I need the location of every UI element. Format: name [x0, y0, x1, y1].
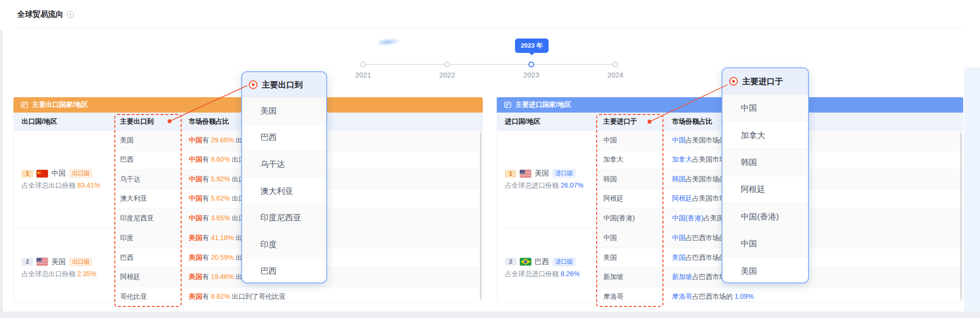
- info-circle-icon[interactable]: !: [67, 11, 74, 18]
- rank-2-badge: 2: [505, 258, 516, 266]
- import-popup-item[interactable]: 中国: [723, 230, 808, 257]
- flag-us-icon: [37, 258, 48, 266]
- partner-country-cell: 摩洛哥: [598, 293, 665, 301]
- rank-1-badge: 1: [22, 170, 33, 178]
- market-share-cell: 中国(香港)占美国市场的: [665, 214, 963, 223]
- col-export-dest: 主要出口到: [114, 117, 182, 126]
- market-share-cell: 美国有 19.46% 出口到了阿根廷: [182, 273, 482, 281]
- country-name: 美国: [51, 257, 66, 267]
- role-tag: 进口国: [552, 257, 576, 267]
- market-share-cell: 中国占巴西市场的: [665, 234, 963, 242]
- import-popup-header: 主要进口于: [723, 68, 808, 94]
- export-popup-header: 主要出口到: [242, 72, 326, 97]
- export-popup-item[interactable]: 美国: [242, 97, 326, 124]
- market-share-cell: 美国有 8.82% 出口到了哥伦比亚: [182, 293, 482, 301]
- market-share-cell: 中国有 3.65% 出口到了印度尼西亚: [182, 214, 482, 223]
- import-popup-item[interactable]: 加拿大: [723, 121, 808, 148]
- import-popup-item[interactable]: 韩国: [723, 149, 808, 176]
- rank-2-badge: 2: [22, 258, 33, 266]
- year-stop-2022[interactable]: [444, 62, 450, 67]
- year-slider-track[interactable]: [363, 64, 615, 65]
- export-popup-item[interactable]: 乌干达: [242, 151, 326, 178]
- import-table-scrollbar[interactable]: [960, 132, 962, 300]
- market-share-cell: 中国有 5.62% 出口到了澳大利亚: [182, 194, 482, 203]
- market-share-cell: 美国有 20.59% 出口到了巴西: [182, 254, 482, 262]
- year-label-2023: 2023: [507, 71, 555, 79]
- market-share-cell: 中国有 29.66% 出口到了美国: [182, 136, 482, 145]
- role-tag: 进口国: [552, 169, 576, 178]
- partner-country-cell: 加拿大: [598, 155, 665, 164]
- market-share-cell: 摩洛哥占巴西市场的 1.09%: [665, 293, 963, 301]
- export-dest-popup: 主要出口到 美国巴西乌干达澳大利亚印度尼西亚印度巴西: [241, 71, 327, 283]
- market-share-cell: 美国有 41.18% 出口到了印度: [182, 234, 482, 242]
- export-popup-item[interactable]: 印度尼西亚: [242, 204, 326, 231]
- global-share-text: 占全球总进口份额 8.26%: [505, 270, 598, 279]
- partner-country-cell: 哥伦比亚: [114, 293, 182, 301]
- partner-country-cell: 中国: [598, 234, 665, 242]
- export-table-scrollbar[interactable]: [480, 132, 481, 300]
- year-label-2024: 2024: [591, 71, 639, 79]
- page-title-text: 全球贸易流向: [17, 10, 63, 20]
- import-popup-item[interactable]: 中国(香港): [723, 203, 808, 230]
- flag-cn-icon: [37, 170, 48, 178]
- export-popup-item[interactable]: 澳大利亚: [242, 178, 326, 204]
- year-label-2022: 2022: [423, 71, 471, 79]
- market-share-cell: 韩国占美国市场的: [665, 175, 963, 184]
- bottom-scroll-track[interactable]: [0, 312, 980, 318]
- page-title: 全球贸易流向 !: [17, 10, 74, 20]
- export-popup-title: 主要出口到: [262, 79, 303, 90]
- import-popup-title: 主要进口于: [742, 76, 783, 87]
- country-summary-cell[interactable]: 1美国进口国占全球总进口份额 26.07%: [497, 131, 598, 229]
- market-share-cell: 美国占巴西市场的: [665, 254, 963, 262]
- flag-us-icon: [520, 170, 531, 178]
- partner-country-cell: 巴西: [114, 155, 182, 164]
- market-share-cell: 阿根廷占美国市场的: [665, 194, 963, 203]
- import-popup-item[interactable]: 美国: [723, 257, 808, 283]
- import-table-title: 主要进口国家/地区: [515, 101, 571, 109]
- page-left-edge: [0, 30, 3, 318]
- import-popup-item[interactable]: 中国: [723, 94, 808, 121]
- col-exporter: 出口国/地区: [14, 117, 114, 126]
- export-popup-item[interactable]: 巴西: [242, 258, 326, 283]
- country-summary-cell[interactable]: 2美国出口国占全球总出口份额 2.35%: [14, 229, 114, 302]
- export-popup-item[interactable]: 印度: [242, 231, 326, 258]
- partner-country-cell: 澳大利亚: [114, 194, 182, 203]
- rank-1-badge: 1: [505, 170, 516, 178]
- global-share-text: 占全球总出口份额 83.41%: [22, 181, 114, 190]
- year-stop-2024[interactable]: [612, 62, 618, 67]
- partner-country-cell: 新加坡: [598, 273, 665, 281]
- flag-br-icon: [520, 258, 531, 266]
- market-share-cell: 中国有 5.92% 出口到了乌干达: [182, 175, 482, 184]
- partner-country-cell: 印度: [114, 234, 182, 242]
- partner-country-cell: 韩国: [598, 175, 665, 184]
- annotation-target-icon: [729, 77, 738, 86]
- global-share-text: 占全球总进口份额 26.07%: [505, 181, 598, 190]
- export-popup-item[interactable]: 巴西: [242, 124, 326, 151]
- col-importer: 进口国/地区: [497, 117, 598, 126]
- year-label-2021: 2021: [339, 71, 387, 79]
- import-src-popup: 主要进口于 中国加拿大韩国阿根廷中国(香港)中国美国: [722, 67, 809, 283]
- partner-country-cell: 中国(香港): [598, 214, 665, 223]
- partner-country-cell: 美国: [114, 136, 182, 145]
- import-popup-item[interactable]: 阿根廷: [723, 176, 808, 203]
- partner-country-cell: 乌干达: [114, 175, 182, 184]
- annotation-target-icon: [249, 80, 257, 89]
- col-market-share: 市场份额占比: [665, 117, 963, 126]
- partner-country-cell: 阿根廷: [114, 273, 182, 281]
- col-import-src: 主要进口于: [598, 117, 665, 126]
- title-divider: [17, 27, 963, 28]
- export-table-row[interactable]: 哥伦比亚美国有 8.82% 出口到了哥伦比亚: [114, 287, 482, 302]
- global-share-text: 占全球总出口份额 2.35%: [22, 270, 114, 279]
- year-stop-2023[interactable]: [528, 62, 534, 67]
- trade-flow-page: 全球贸易流向 ! 2021202220232024 2023 年 主要出口国家/…: [0, 0, 980, 318]
- country-summary-cell[interactable]: 1中国出口国占全球总出口份额 83.41%: [14, 131, 114, 229]
- role-tag: 出口国: [69, 169, 92, 178]
- role-tag: 出口国: [69, 257, 92, 267]
- import-table-row[interactable]: 摩洛哥摩洛哥占巴西市场的 1.09%: [598, 287, 963, 302]
- year-stop-2021[interactable]: [360, 62, 366, 67]
- market-share-cell: 加拿大占美国市场的: [665, 155, 963, 164]
- country-name: 美国: [535, 169, 549, 178]
- country-summary-cell[interactable]: 2巴西进口国占全球总进口份额 8.26%: [497, 229, 598, 302]
- partner-country-cell: 美国: [598, 254, 665, 262]
- import-popup-list: 中国加拿大韩国阿根廷中国(香港)中国美国: [723, 94, 808, 283]
